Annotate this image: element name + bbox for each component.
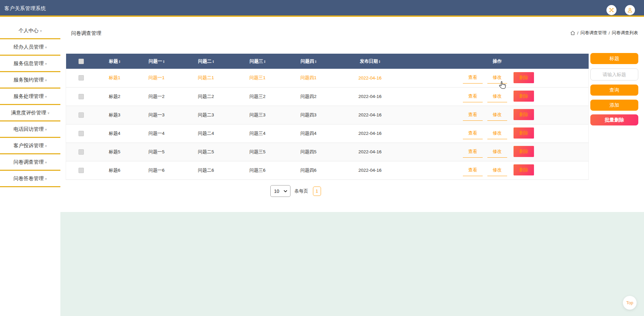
pagination: 10 条每页 1 <box>270 185 321 197</box>
delete-button[interactable]: 删除 <box>514 146 534 157</box>
sidebar-item-label: 问卷调查管理 <box>13 159 44 165</box>
fullscreen-icon <box>608 7 614 13</box>
home-icon[interactable] <box>570 31 575 36</box>
fullscreen-button[interactable] <box>606 5 616 15</box>
title-search-input[interactable] <box>590 68 638 81</box>
table-row[interactable]: 标题5问题一5问题二5问题三5问题四52022-04-16查看修改删除 <box>66 143 589 161</box>
cell-date: 2022-04-16 <box>334 124 406 143</box>
footer-area <box>60 212 644 316</box>
sidebar-item[interactable]: 客户投诉管理▾ <box>0 138 60 154</box>
row-checkbox[interactable] <box>78 149 84 155</box>
sidebar-menu: 个人中心▾经办人员管理▾服务信息管理▾服务预约管理▾服务处理管理▾满意度评价管理… <box>0 18 60 187</box>
user-profile-button[interactable] <box>625 5 635 15</box>
cell-q1: 问题一2 <box>133 87 180 106</box>
actions-cell: 查看修改删除 <box>406 143 589 161</box>
edit-link[interactable]: 修改 <box>487 112 507 121</box>
cell-q1: 问题一6 <box>133 161 180 179</box>
delete-button[interactable]: 删除 <box>514 91 534 102</box>
delete-button[interactable]: 删除 <box>514 127 534 139</box>
sort-icon[interactable]: ▴▾ <box>379 60 380 63</box>
chevron-down-icon: ▾ <box>45 177 47 181</box>
sidebar-item[interactable]: 电话回访管理▾ <box>0 121 60 138</box>
sidebar-item[interactable]: 满意度评价管理▾ <box>0 105 60 121</box>
row-checkbox[interactable] <box>78 168 84 173</box>
sidebar-item-label: 电话回访管理 <box>13 126 44 132</box>
sidebar-item[interactable]: 服务预约管理▾ <box>0 72 60 89</box>
column-header[interactable]: 问题四▴▾ <box>283 54 334 69</box>
cell-date: 2022-04-16 <box>334 106 406 124</box>
view-link[interactable]: 查看 <box>463 149 483 158</box>
cell-q1: 问题一1 <box>133 69 180 87</box>
sidebar-item[interactable]: 问卷调查管理▾ <box>0 154 60 171</box>
row-select-cell <box>66 87 96 106</box>
title-field-button[interactable]: 标题 <box>590 53 638 64</box>
edit-link[interactable]: 修改 <box>487 130 507 139</box>
sidebar-item[interactable]: 个人中心▾ <box>0 23 60 39</box>
cell-date: 2022-04-16 <box>334 161 406 179</box>
table-row[interactable]: 标题2问题一2问题二2问题三2问题四22022-04-16查看修改删除 <box>66 87 589 106</box>
column-header[interactable]: 问题一▴▾ <box>133 54 180 69</box>
cell-q4: 问题四2 <box>283 87 334 106</box>
sort-icon[interactable]: ▴▾ <box>213 60 214 63</box>
select-all-checkbox[interactable] <box>78 59 84 64</box>
row-select-cell <box>66 161 96 179</box>
sidebar-item[interactable]: 服务处理管理▾ <box>0 89 60 105</box>
sidebar-item[interactable]: 经办人员管理▾ <box>0 39 60 56</box>
column-header[interactable]: 标题▴▾ <box>96 54 133 69</box>
table-row[interactable]: 标题6问题一6问题二6问题三6问题四62022-04-16查看修改删除 <box>66 161 589 179</box>
page-size-select[interactable]: 10 <box>270 185 290 197</box>
delete-button[interactable]: 删除 <box>514 109 534 120</box>
chevron-down-icon: ▾ <box>45 45 47 49</box>
delete-button[interactable]: 删除 <box>514 164 534 175</box>
chevron-down-icon: ▾ <box>48 111 50 115</box>
edit-link[interactable]: 修改 <box>487 74 507 84</box>
breadcrumb-item[interactable]: 问卷调查列表 <box>612 30 638 36</box>
top-navbar: 客户关系管理系统 <box>0 0 644 17</box>
breadcrumb-item[interactable]: 问卷调查管理 <box>580 30 606 36</box>
column-header[interactable]: 发布日期▴▾ <box>334 54 406 69</box>
column-header[interactable]: 问题二▴▾ <box>180 54 232 69</box>
sidebar-item[interactable]: 服务信息管理▾ <box>0 56 60 72</box>
sort-icon[interactable]: ▴▾ <box>315 60 316 63</box>
view-link[interactable]: 查看 <box>463 130 483 139</box>
view-link[interactable]: 查看 <box>463 93 483 102</box>
table-row[interactable]: 标题1问题一1问题二1问题三1问题四12022-04-16查看修改删除 <box>66 69 589 87</box>
chevron-down-icon: ▾ <box>45 78 47 82</box>
batch-delete-button[interactable]: 批量删除 <box>590 114 638 125</box>
cell-q2: 问题二4 <box>180 124 232 143</box>
sort-icon[interactable]: ▴▾ <box>119 60 120 63</box>
cell-q4: 问题四3 <box>283 106 334 124</box>
edit-link[interactable]: 修改 <box>487 167 507 176</box>
cell-title: 标题2 <box>96 87 133 106</box>
sort-icon[interactable]: ▴▾ <box>264 60 265 63</box>
cell-q4: 问题四1 <box>283 69 334 87</box>
sidebar-item-label: 服务信息管理 <box>13 60 44 66</box>
row-checkbox[interactable] <box>78 131 84 136</box>
page-number-button[interactable]: 1 <box>313 187 321 196</box>
row-checkbox[interactable] <box>78 75 84 81</box>
view-link[interactable]: 查看 <box>463 167 483 176</box>
table-row[interactable]: 标题4问题一4问题二4问题三4问题四42022-04-16查看修改删除 <box>66 124 589 143</box>
sidebar-item-label: 服务预约管理 <box>13 77 44 83</box>
view-link[interactable]: 查看 <box>463 112 483 121</box>
view-link[interactable]: 查看 <box>463 74 483 84</box>
column-header[interactable]: 操作 <box>406 54 589 69</box>
add-button[interactable]: 添加 <box>590 100 638 111</box>
row-checkbox[interactable] <box>78 94 84 99</box>
row-checkbox[interactable] <box>78 112 84 118</box>
sort-icon[interactable]: ▴▾ <box>163 60 164 63</box>
breadcrumb-separator: / <box>608 31 610 36</box>
delete-button[interactable]: 删除 <box>514 72 534 83</box>
page-title: 问卷调查管理 <box>71 30 101 37</box>
cell-date: 2022-04-16 <box>334 87 406 106</box>
cell-q2: 问题二3 <box>180 106 232 124</box>
edit-link[interactable]: 修改 <box>487 149 507 158</box>
app-title: 客户关系管理系统 <box>4 0 46 17</box>
back-to-top-button[interactable]: Top <box>623 296 637 310</box>
table-row[interactable]: 标题3问题一3问题二3问题三3问题四32022-04-16查看修改删除 <box>66 106 589 124</box>
cell-q3: 问题三2 <box>232 87 283 106</box>
sidebar-item[interactable]: 问卷答卷管理▾ <box>0 171 60 187</box>
edit-link[interactable]: 修改 <box>487 93 507 102</box>
query-button[interactable]: 查询 <box>590 85 638 96</box>
column-header[interactable]: 问题三▴▾ <box>232 54 283 69</box>
